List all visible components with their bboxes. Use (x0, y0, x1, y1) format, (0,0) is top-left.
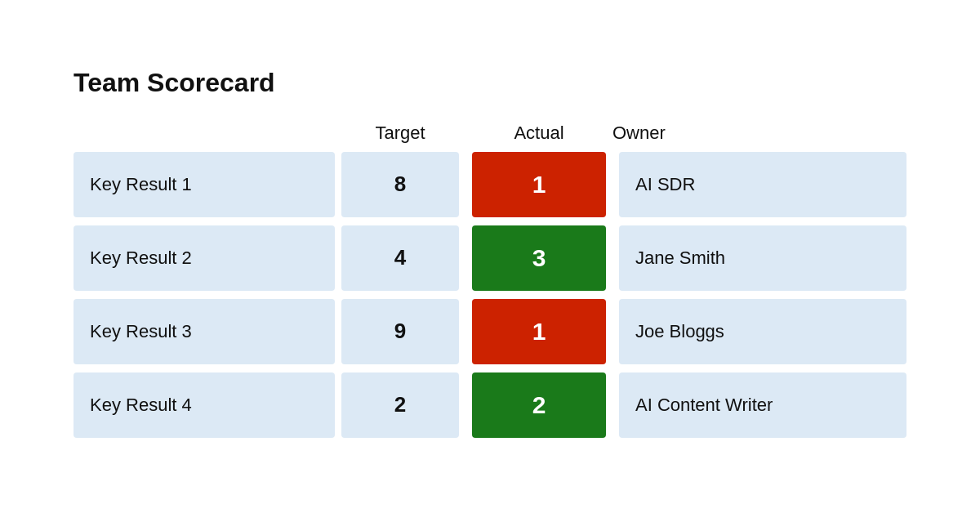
page-title: Team Scorecard (74, 68, 906, 98)
table-header-row: Target Actual Owner (74, 123, 906, 144)
table-body: Key Result 1 8 1 AI SDR Key Result 2 4 3… (74, 152, 906, 438)
cell-target-3: 9 (341, 299, 459, 364)
cell-owner-4: AI Content Writer (619, 372, 906, 438)
cell-target-1: 8 (341, 152, 459, 217)
cell-target-2: 4 (341, 225, 459, 291)
cell-actual-3: 1 (472, 299, 606, 364)
header-actual: Actual (466, 123, 612, 144)
cell-actual-4: 2 (472, 372, 606, 438)
cell-key-result-4: Key Result 4 (74, 372, 335, 438)
cell-owner-1: AI SDR (619, 152, 906, 217)
cell-key-result-3: Key Result 3 (74, 299, 335, 364)
header-owner: Owner (612, 123, 906, 144)
cell-target-4: 2 (341, 372, 459, 438)
cell-key-result-2: Key Result 2 (74, 225, 335, 291)
cell-actual-2: 3 (472, 225, 606, 291)
scorecard-container: Team Scorecard Target Actual Owner Key R… (41, 43, 939, 471)
cell-owner-2: Jane Smith (619, 225, 906, 291)
cell-owner-3: Joe Bloggs (619, 299, 906, 364)
header-target: Target (335, 123, 466, 144)
table-row: Key Result 2 4 3 Jane Smith (74, 225, 906, 291)
scorecard-table: Target Actual Owner Key Result 1 8 1 AI … (74, 123, 906, 438)
table-row: Key Result 4 2 2 AI Content Writer (74, 372, 906, 438)
table-row: Key Result 1 8 1 AI SDR (74, 152, 906, 217)
cell-key-result-1: Key Result 1 (74, 152, 335, 217)
cell-actual-1: 1 (472, 152, 606, 217)
table-row: Key Result 3 9 1 Joe Bloggs (74, 299, 906, 364)
